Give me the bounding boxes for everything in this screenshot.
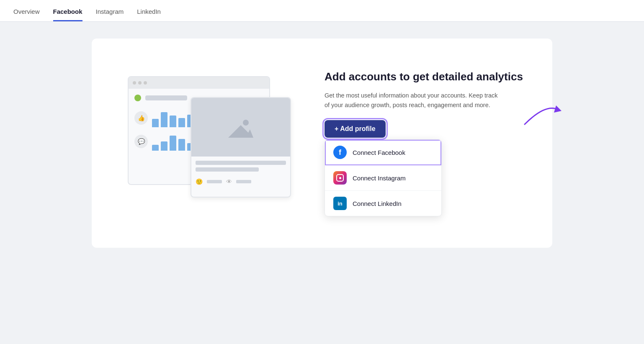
illustration: 👍 💬 <box>115 64 291 223</box>
add-profile-wrapper: + Add profile f Connect Facebook <box>325 120 529 216</box>
bar-4 <box>178 118 185 127</box>
connect-facebook-label: Connect Facebook <box>353 149 405 156</box>
instagram-icon-dot <box>339 177 341 179</box>
connect-dropdown: f Connect Facebook Connect Instagram in <box>325 139 442 216</box>
post-actions: 🙂 👁 <box>191 176 290 187</box>
post-card-mockup: 🙂 👁 <box>191 97 291 198</box>
right-content: Add accounts to get detailed analytics G… <box>325 70 529 216</box>
profile-name-bar <box>145 95 187 100</box>
tab-facebook[interactable]: Facebook <box>53 8 82 21</box>
browser-dot-2 <box>138 81 142 85</box>
connect-linkedin-label: Connect LinkedIn <box>353 200 402 207</box>
instagram-icon-inner <box>336 174 344 182</box>
browser-dot-3 <box>144 81 147 85</box>
post-action-bar-2 <box>236 180 251 183</box>
arrow-container <box>520 99 562 128</box>
main-description: Get the most useful information about yo… <box>325 91 500 110</box>
bar-9 <box>178 139 185 151</box>
analytics-card: 👍 💬 <box>92 39 552 248</box>
post-line-1 <box>196 161 286 165</box>
bar-3 <box>170 116 176 127</box>
bar-1 <box>152 119 159 127</box>
connect-linkedin-item[interactable]: in Connect LinkedIn <box>325 191 441 216</box>
connect-instagram-label: Connect Instagram <box>353 175 406 182</box>
tab-bar: Overview Facebook Instagram LinkedIn <box>0 0 644 22</box>
post-action-bar-1 <box>207 180 222 183</box>
emoji-icon: 🙂 <box>196 178 203 185</box>
tab-overview[interactable]: Overview <box>13 8 40 21</box>
svg-point-1 <box>243 120 249 126</box>
like-icon: 👍 <box>134 111 148 125</box>
browser-dot-1 <box>133 81 136 85</box>
tab-linkedin[interactable]: LinkedIn <box>137 8 161 21</box>
bar-6 <box>152 145 159 151</box>
comment-icon: 💬 <box>134 135 148 148</box>
linkedin-icon: in <box>333 197 347 210</box>
arrow-icon <box>520 99 562 128</box>
main-heading: Add accounts to get detailed analytics <box>325 70 529 84</box>
svg-marker-3 <box>554 105 562 113</box>
connect-instagram-item[interactable]: Connect Instagram <box>325 165 441 191</box>
post-line-2 <box>196 167 259 172</box>
eye-icon: 👁 <box>226 178 232 185</box>
image-placeholder-icon <box>228 117 253 138</box>
bar-2 <box>161 112 167 127</box>
add-profile-button[interactable]: + Add profile <box>325 120 386 138</box>
bar-8 <box>170 136 176 151</box>
post-content <box>191 157 290 176</box>
browser-bar <box>129 77 269 89</box>
tab-instagram[interactable]: Instagram <box>96 8 124 21</box>
connect-facebook-item[interactable]: f Connect Facebook <box>325 140 441 165</box>
profile-avatar-dot <box>134 95 141 101</box>
bar-7 <box>161 141 167 151</box>
facebook-icon: f <box>333 146 347 159</box>
post-image <box>191 98 290 157</box>
main-content: 👍 💬 <box>0 22 644 264</box>
instagram-icon <box>333 171 347 185</box>
